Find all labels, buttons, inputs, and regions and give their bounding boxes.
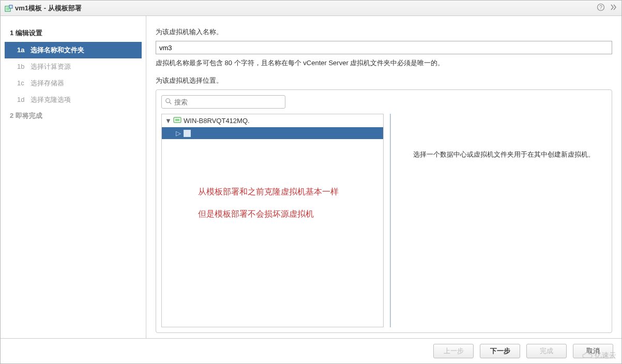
expand-toggle-icon[interactable]: ▷ [175, 129, 181, 137]
name-prompt: 为该虚拟机输入名称。 [156, 27, 612, 37]
titlebar-controls: ? [597, 3, 617, 13]
tree-datacenter-node[interactable]: ▷ [162, 127, 383, 139]
location-tree[interactable]: ▼ WIN-B8RVQT412MQ. ▷ 从模板部署和之前 [161, 114, 384, 327]
dialog-body: 1 编辑设置 1a选择名称和文件夹 1b选择计算资源 1c选择存储器 1d选择克… [1, 16, 621, 338]
next-button[interactable]: 下一步 [480, 344, 520, 358]
substep-1d[interactable]: 1d选择克隆选项 [5, 92, 142, 108]
search-wrap [161, 95, 606, 109]
vm-template-icon [5, 5, 13, 12]
wizard-dialog: vm1模板 - 从模板部署 ? 1 编辑设置 1a选择名称和文件夹 1b选择计算… [0, 0, 622, 364]
substep-1c[interactable]: 1c选择存储器 [5, 75, 142, 92]
datacenter-icon [184, 130, 191, 137]
svg-line-6 [170, 102, 172, 104]
location-panel: ▼ WIN-B8RVQT412MQ. ▷ 从模板部署和之前 [156, 89, 612, 333]
annotation-overlay: 从模板部署和之前克隆虚拟机基本一样 但是模板部署不会损坏源虚拟机 [198, 187, 339, 231]
location-prompt: 为该虚拟机选择位置。 [156, 76, 612, 85]
finish-button[interactable]: 完成 [526, 344, 567, 358]
substep-1b[interactable]: 1b选择计算资源 [5, 58, 142, 75]
annotation-line-1: 从模板部署和之前克隆虚拟机基本一样 [198, 187, 339, 198]
svg-point-5 [166, 98, 170, 102]
svg-rect-8 [175, 119, 179, 121]
search-input[interactable] [172, 98, 282, 106]
back-button[interactable]: 上一步 [433, 344, 474, 358]
help-icon[interactable]: ? [597, 3, 605, 13]
expand-icon[interactable] [609, 3, 617, 13]
tree-row: ▼ WIN-B8RVQT412MQ. ▷ 从模板部署和之前 [161, 114, 606, 327]
wizard-content: 为该虚拟机输入名称。 虚拟机名称最多可包含 80 个字符，且名称在每个 vCen… [146, 16, 621, 338]
side-hint: 选择一个数据中心或虚拟机文件夹用于在其中创建新虚拟机。 [390, 114, 606, 327]
substep-1a[interactable]: 1a选择名称和文件夹 [5, 42, 142, 58]
vm-name-input[interactable] [156, 41, 612, 54]
title-bar: vm1模板 - 从模板部署 ? [1, 1, 621, 16]
substep-label: 选择名称和文件夹 [31, 46, 84, 54]
substep-label: 选择克隆选项 [31, 96, 71, 103]
dialog-footer: 上一步 下一步 完成 取消 [1, 338, 621, 363]
step-2-header: 2 即将完成 [5, 108, 142, 124]
svg-text:?: ? [599, 5, 602, 10]
substep-code: 1c [17, 79, 31, 87]
dialog-title-wrap: vm1模板 - 从模板部署 [5, 4, 597, 13]
substep-code: 1d [17, 96, 31, 103]
annotation-line-2: 但是模板部署不会损坏源虚拟机 [198, 209, 339, 220]
svg-rect-1 [6, 7, 9, 10]
search-icon [165, 98, 172, 107]
tree-root-label: WIN-B8RVQT412MQ. [184, 117, 250, 125]
vcenter-icon [173, 116, 181, 125]
substep-label: 选择计算资源 [31, 63, 71, 70]
side-hint-text: 选择一个数据中心或虚拟机文件夹用于在其中创建新虚拟机。 [413, 150, 595, 159]
svg-rect-2 [9, 5, 12, 8]
name-hint: 虚拟机名称最多可包含 80 个字符，且名称在每个 vCenter Server … [156, 58, 612, 68]
tree-root-node[interactable]: ▼ WIN-B8RVQT412MQ. [162, 114, 383, 127]
substep-label: 选择存储器 [31, 79, 64, 87]
cancel-button[interactable]: 取消 [573, 344, 613, 358]
collapse-toggle-icon[interactable]: ▼ [165, 117, 171, 125]
dialog-title: vm1模板 - 从模板部署 [15, 4, 82, 13]
step-1-header: 1 编辑设置 [5, 25, 142, 41]
substep-code: 1a [17, 46, 31, 54]
substep-code: 1b [17, 63, 31, 70]
search-box[interactable] [161, 95, 285, 109]
wizard-sidebar: 1 编辑设置 1a选择名称和文件夹 1b选择计算资源 1c选择存储器 1d选择克… [1, 16, 146, 338]
